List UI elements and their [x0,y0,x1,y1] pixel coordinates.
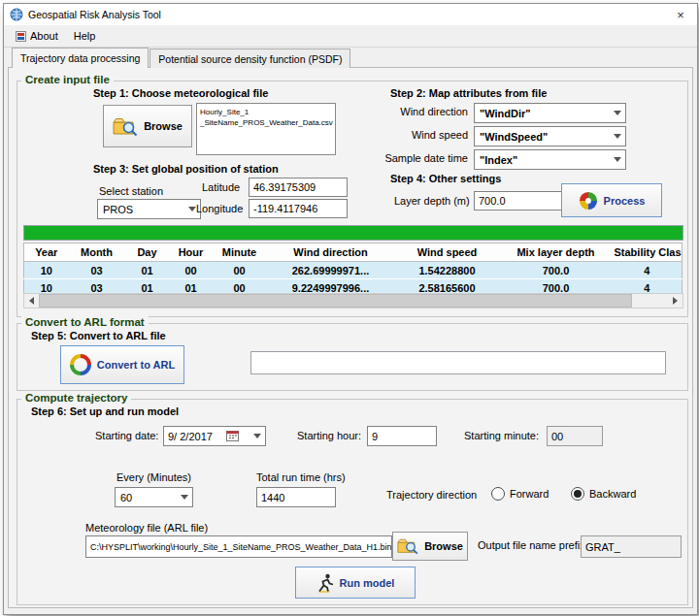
convert-to-arl-button[interactable]: Convert to ARL [60,345,184,384]
column-header-month[interactable]: Month [69,243,125,262]
tab-trajectory-data-processing[interactable]: Trajectory data processing [12,48,149,68]
met-file-field[interactable]: C:\HYSPLIT\working\Hourly_Site_1_SiteNam… [85,535,392,558]
group-convert-to-arl: Convert to ARL format Step 5: Convert to… [17,323,688,391]
trajectory-direction-backward[interactable]: Backward [571,487,636,501]
scroll-right-arrow-icon[interactable] [668,294,682,308]
longitude-value: -119.4117946 [253,203,317,214]
menu-about[interactable]: About [8,28,66,44]
grid-header-row: Year Month Day Hour Minute Wind directio… [24,243,682,262]
total-run-time-field[interactable]: 1440 [256,487,336,507]
wind-direction-label: Wind direction [359,106,468,117]
output-prefix-label: Output file name prefix [478,539,585,551]
step2-title: Step 2: Map attributes from file [390,87,547,99]
process-progress-bar [23,225,683,241]
column-header-wind-speed[interactable]: Wind speed [395,243,500,262]
table-cell[interactable]: 4 [613,262,682,279]
total-run-time-value: 1440 [261,492,284,503]
menu-help[interactable]: Help [66,28,104,44]
scroll-left-arrow-icon[interactable] [24,294,39,308]
progress-fill [24,226,682,240]
column-header-day[interactable]: Day [125,243,170,262]
starting-minute-field[interactable]: 00 [547,426,603,446]
wind-speed-select[interactable]: "WindSpeed" [474,126,626,146]
every-minutes-label: Every (Minutes) [116,471,191,483]
met-file-label: Meteorology file (ARL file) [85,522,208,534]
total-run-time-label: Total run time (hrs) [256,471,346,483]
wind-direction-select[interactable]: "WindDir" [474,103,626,123]
menu-bar: About Help [4,25,697,48]
starting-date-value: 9/ 2/2017 [168,431,213,442]
sample-date-time-label: Sample date time [359,152,468,164]
sample-date-time-select[interactable]: "Index" [474,149,626,170]
runner-icon [316,573,334,593]
table-cell[interactable]: 01 [125,262,170,279]
file-name-line1: Hourly_Site_1 [200,107,332,117]
group-compute-trajectory: Compute trajectory Step 6: Set up and ru… [17,399,688,605]
table-row: 10 03 01 00 00 262.69999971... 1.5422880… [24,262,682,279]
layer-depth-value: 700.0 [479,195,506,207]
backward-label: Backward [589,488,636,500]
about-icon [16,31,26,42]
scrollbar-thumb[interactable] [39,294,632,308]
column-header-year[interactable]: Year [24,243,69,262]
forward-label: Forward [510,488,549,500]
step6-title: Step 6: Set up and run model [31,405,179,417]
starting-hour-field[interactable]: 9 [367,426,437,446]
calendar-icon [226,431,239,441]
every-minutes-select[interactable]: 60 [115,487,193,507]
close-button[interactable]: × [664,4,697,25]
table-cell[interactable]: 03 [69,262,125,279]
process-button[interactable]: Process [561,183,662,217]
chevron-down-icon [188,207,196,211]
folder-search-icon [397,537,418,555]
layer-depth-field[interactable]: 700.0 [474,191,563,211]
trajectory-direction-label: Trajectory direction [386,489,477,501]
table-horizontal-scrollbar[interactable] [23,293,683,308]
tab-page: Create input file Step 1: Choose meteoro… [8,67,693,608]
wind-speed-value: "WindSpeed" [480,131,548,143]
output-prefix-field[interactable]: GRAT_ [581,535,682,558]
group-create-input-file: Create input file Step 1: Choose meteoro… [17,81,688,317]
step3-title: Step 3: Set global position of station [93,163,279,175]
longitude-field[interactable]: -119.4117946 [249,199,348,218]
column-header-mix-layer-depth[interactable]: Mix layer depth [500,243,613,262]
chevron-down-icon [614,111,621,115]
browse-met-file-button[interactable]: Browse [103,105,192,147]
latitude-value: 46.39175309 [253,181,316,193]
station-select[interactable]: PROS [97,199,201,219]
pinwheel-icon [579,191,598,211]
browse-arl-file-button[interactable]: Browse [392,532,468,561]
run-model-button[interactable]: Run model [295,567,416,599]
selected-file-display[interactable]: Hourly_Site_1 _SiteName_PROS_Weather_Dat… [196,103,336,155]
table-cell[interactable]: 262.69999971... [267,262,395,279]
starting-minute-value: 00 [551,431,563,442]
latitude-label: Latitude [202,181,240,193]
radio-checked-icon [571,487,584,501]
app-window: Geospatial Risk Analysis Tool × About He… [3,3,698,615]
step4-title: Step 4: Other settings [390,173,501,184]
output-prefix-value: GRAT_ [585,541,620,553]
starting-date-picker[interactable]: 9/ 2/2017 [163,426,266,446]
wind-direction-value: "WindDir" [480,108,531,119]
scrollbar-track[interactable] [39,294,668,308]
table-cell[interactable]: 10 [24,262,69,279]
window-title: Geospatial Risk Analysis Tool [28,9,161,20]
trajectory-direction-forward[interactable]: Forward [491,487,549,501]
table-cell[interactable]: 00 [170,262,213,279]
radio-unchecked-icon [491,487,505,501]
tab-psdf[interactable]: Potential source density function (PSDF) [150,49,350,68]
column-header-stability-class[interactable]: Stability Class [613,243,682,262]
step5-title: Step 5: Convert to ARL file [31,330,166,341]
column-header-wind-direction[interactable]: Wind direction [267,243,395,262]
table-cell[interactable]: 00 [213,262,267,279]
table-cell[interactable]: 1.54228800 [395,262,500,279]
column-header-minute[interactable]: Minute [213,243,267,262]
column-header-hour[interactable]: Hour [170,243,213,262]
weather-data-grid: Year Month Day Hour Minute Wind directio… [23,243,682,297]
convert-label: Convert to ARL [97,359,175,371]
table-cell[interactable]: 700.0 [500,262,613,279]
run-model-label: Run model [340,577,395,589]
latitude-field[interactable]: 46.39175309 [249,178,348,197]
layer-depth-label: Layer depth (m) [394,195,470,207]
tab-label: Trajectory data processing [20,52,140,64]
